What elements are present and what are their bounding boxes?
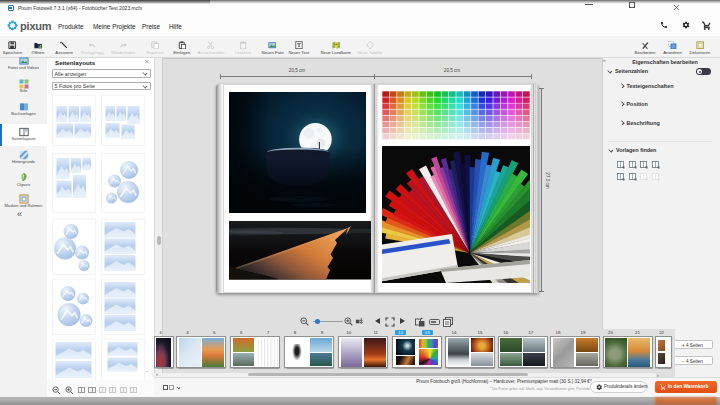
svg-text:T: T xyxy=(297,41,301,47)
